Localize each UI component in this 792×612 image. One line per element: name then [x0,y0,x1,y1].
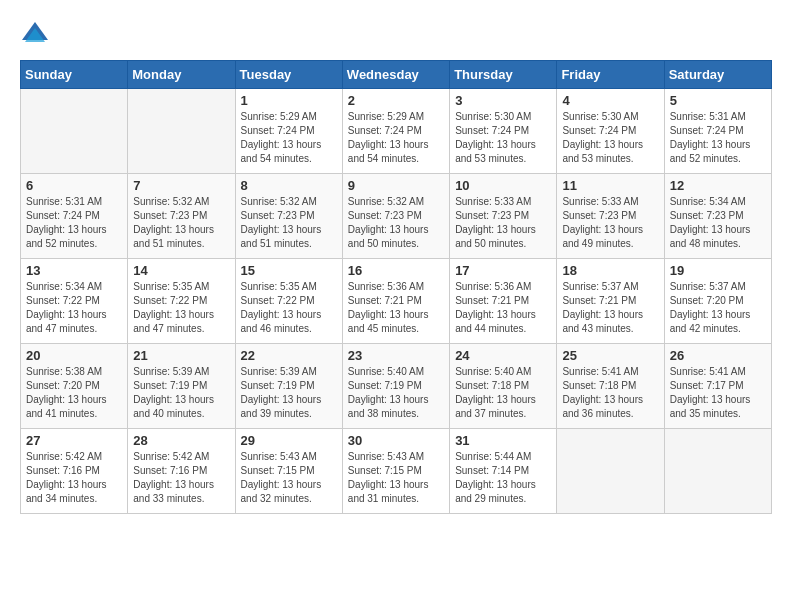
day-cell: 5Sunrise: 5:31 AMSunset: 7:24 PMDaylight… [664,89,771,174]
week-row-5: 27Sunrise: 5:42 AMSunset: 7:16 PMDayligh… [21,429,772,514]
day-number: 8 [241,178,337,193]
day-cell: 6Sunrise: 5:31 AMSunset: 7:24 PMDaylight… [21,174,128,259]
day-cell: 11Sunrise: 5:33 AMSunset: 7:23 PMDayligh… [557,174,664,259]
day-info: Daylight: 13 hours and 52 minutes. [26,223,122,251]
day-cell: 8Sunrise: 5:32 AMSunset: 7:23 PMDaylight… [235,174,342,259]
day-info: Sunrise: 5:40 AM [455,365,551,379]
day-cell: 27Sunrise: 5:42 AMSunset: 7:16 PMDayligh… [21,429,128,514]
day-info: Sunrise: 5:29 AM [348,110,444,124]
day-header-wednesday: Wednesday [342,61,449,89]
day-info: Sunrise: 5:40 AM [348,365,444,379]
day-info: Sunrise: 5:32 AM [241,195,337,209]
day-info: Sunset: 7:23 PM [133,209,229,223]
day-number: 23 [348,348,444,363]
day-info: Sunrise: 5:42 AM [133,450,229,464]
day-number: 24 [455,348,551,363]
day-cell: 4Sunrise: 5:30 AMSunset: 7:24 PMDaylight… [557,89,664,174]
day-info: Sunrise: 5:32 AM [348,195,444,209]
day-info: Sunrise: 5:41 AM [670,365,766,379]
day-number: 26 [670,348,766,363]
page-header [20,20,772,50]
day-number: 21 [133,348,229,363]
day-number: 30 [348,433,444,448]
day-info: Daylight: 13 hours and 40 minutes. [133,393,229,421]
day-number: 7 [133,178,229,193]
day-number: 11 [562,178,658,193]
day-info: Sunset: 7:18 PM [455,379,551,393]
day-cell: 25Sunrise: 5:41 AMSunset: 7:18 PMDayligh… [557,344,664,429]
day-cell: 12Sunrise: 5:34 AMSunset: 7:23 PMDayligh… [664,174,771,259]
day-info: Sunset: 7:23 PM [455,209,551,223]
day-info: Sunset: 7:24 PM [241,124,337,138]
day-number: 9 [348,178,444,193]
day-info: Sunset: 7:20 PM [26,379,122,393]
day-cell: 10Sunrise: 5:33 AMSunset: 7:23 PMDayligh… [450,174,557,259]
day-info: Sunrise: 5:43 AM [348,450,444,464]
day-cell: 18Sunrise: 5:37 AMSunset: 7:21 PMDayligh… [557,259,664,344]
day-info: Daylight: 13 hours and 53 minutes. [562,138,658,166]
day-info: Daylight: 13 hours and 31 minutes. [348,478,444,506]
day-cell: 7Sunrise: 5:32 AMSunset: 7:23 PMDaylight… [128,174,235,259]
day-info: Daylight: 13 hours and 47 minutes. [26,308,122,336]
day-info: Daylight: 13 hours and 54 minutes. [241,138,337,166]
day-info: Sunset: 7:21 PM [562,294,658,308]
day-cell [21,89,128,174]
day-info: Sunset: 7:17 PM [670,379,766,393]
day-number: 12 [670,178,766,193]
day-number: 1 [241,93,337,108]
day-cell: 1Sunrise: 5:29 AMSunset: 7:24 PMDaylight… [235,89,342,174]
day-header-sunday: Sunday [21,61,128,89]
day-info: Daylight: 13 hours and 34 minutes. [26,478,122,506]
day-info: Sunrise: 5:34 AM [670,195,766,209]
day-info: Daylight: 13 hours and 41 minutes. [26,393,122,421]
day-info: Daylight: 13 hours and 53 minutes. [455,138,551,166]
day-info: Sunrise: 5:43 AM [241,450,337,464]
day-cell: 14Sunrise: 5:35 AMSunset: 7:22 PMDayligh… [128,259,235,344]
day-info: Sunrise: 5:30 AM [562,110,658,124]
day-cell: 3Sunrise: 5:30 AMSunset: 7:24 PMDaylight… [450,89,557,174]
day-info: Daylight: 13 hours and 51 minutes. [133,223,229,251]
day-info: Daylight: 13 hours and 35 minutes. [670,393,766,421]
day-header-thursday: Thursday [450,61,557,89]
day-cell: 31Sunrise: 5:44 AMSunset: 7:14 PMDayligh… [450,429,557,514]
day-info: Daylight: 13 hours and 33 minutes. [133,478,229,506]
day-info: Daylight: 13 hours and 36 minutes. [562,393,658,421]
day-info: Sunset: 7:20 PM [670,294,766,308]
day-info: Daylight: 13 hours and 52 minutes. [670,138,766,166]
day-cell: 15Sunrise: 5:35 AMSunset: 7:22 PMDayligh… [235,259,342,344]
week-row-3: 13Sunrise: 5:34 AMSunset: 7:22 PMDayligh… [21,259,772,344]
day-number: 13 [26,263,122,278]
day-info: Sunrise: 5:32 AM [133,195,229,209]
day-number: 4 [562,93,658,108]
day-cell: 20Sunrise: 5:38 AMSunset: 7:20 PMDayligh… [21,344,128,429]
day-number: 28 [133,433,229,448]
day-info: Daylight: 13 hours and 44 minutes. [455,308,551,336]
day-info: Sunrise: 5:39 AM [133,365,229,379]
day-info: Daylight: 13 hours and 45 minutes. [348,308,444,336]
day-info: Sunset: 7:24 PM [348,124,444,138]
day-number: 16 [348,263,444,278]
week-row-2: 6Sunrise: 5:31 AMSunset: 7:24 PMDaylight… [21,174,772,259]
day-number: 31 [455,433,551,448]
day-info: Daylight: 13 hours and 50 minutes. [455,223,551,251]
day-info: Sunset: 7:23 PM [562,209,658,223]
calendar-table: SundayMondayTuesdayWednesdayThursdayFrid… [20,60,772,514]
day-cell: 2Sunrise: 5:29 AMSunset: 7:24 PMDaylight… [342,89,449,174]
logo [20,20,54,50]
day-info: Sunrise: 5:36 AM [348,280,444,294]
day-info: Daylight: 13 hours and 39 minutes. [241,393,337,421]
day-info: Sunrise: 5:42 AM [26,450,122,464]
day-number: 15 [241,263,337,278]
day-cell: 30Sunrise: 5:43 AMSunset: 7:15 PMDayligh… [342,429,449,514]
day-info: Sunset: 7:18 PM [562,379,658,393]
day-info: Daylight: 13 hours and 47 minutes. [133,308,229,336]
day-info: Sunset: 7:23 PM [241,209,337,223]
day-info: Sunset: 7:21 PM [455,294,551,308]
day-number: 3 [455,93,551,108]
day-info: Sunset: 7:14 PM [455,464,551,478]
day-cell: 9Sunrise: 5:32 AMSunset: 7:23 PMDaylight… [342,174,449,259]
day-info: Sunset: 7:15 PM [348,464,444,478]
day-number: 2 [348,93,444,108]
day-number: 27 [26,433,122,448]
day-cell: 13Sunrise: 5:34 AMSunset: 7:22 PMDayligh… [21,259,128,344]
